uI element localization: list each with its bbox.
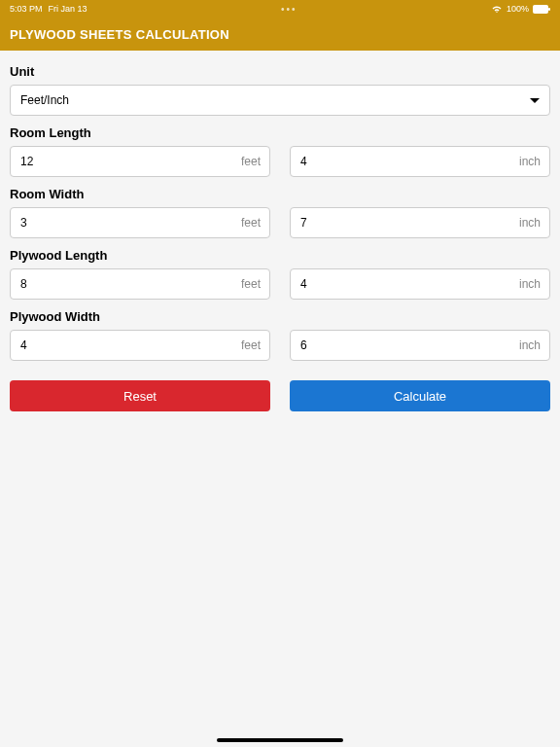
plywood-length-row: feet inch [10,268,550,300]
status-bar: 5:03 PM Fri Jan 13 ••• 100% [0,0,560,18]
room-width-label: Room Width [10,187,550,201]
reset-button[interactable]: Reset [10,380,270,411]
plywood-width-inch-wrap: inch [290,330,550,361]
status-date: Fri Jan 13 [49,4,88,14]
calculate-button[interactable]: Calculate [290,380,550,411]
unit-value: Feet/Inch [20,93,69,107]
room-length-inch-input[interactable] [290,146,550,177]
plywood-length-inch-input[interactable] [290,268,550,300]
plywood-width-feet-input[interactable] [10,330,270,361]
room-width-inch-wrap: inch [290,207,550,238]
chevron-down-icon [530,98,540,103]
button-row: Reset Calculate [10,380,550,411]
plywood-length-label: Plywood Length [10,248,550,263]
plywood-width-inch-input[interactable] [290,330,550,361]
form-content: Unit Feet/Inch Room Length feet inch Roo… [0,51,560,421]
app-header: PLYWOOD SHEETS CALCULATION [0,18,560,51]
svg-rect-0 [533,5,548,14]
unit-label: Unit [10,64,550,79]
home-indicator [217,738,343,742]
page-title: PLYWOOD SHEETS CALCULATION [10,27,229,42]
room-length-label: Room Length [10,125,550,140]
unit-select[interactable]: Feet/Inch [10,85,550,116]
status-right: 100% [491,4,550,14]
room-width-inch-input[interactable] [290,207,550,238]
status-battery-percent: 100% [507,4,529,14]
room-length-row: feet inch [10,146,550,177]
svg-rect-1 [548,8,550,11]
battery-icon [533,4,550,14]
plywood-length-feet-wrap: feet [10,268,270,300]
plywood-length-feet-input[interactable] [10,268,270,300]
room-length-feet-input[interactable] [10,146,270,177]
status-left: 5:03 PM Fri Jan 13 [10,4,88,14]
status-time: 5:03 PM [10,4,43,14]
room-width-feet-wrap: feet [10,207,270,238]
room-width-row: feet inch [10,207,550,238]
plywood-width-feet-wrap: feet [10,330,270,361]
room-length-feet-wrap: feet [10,146,270,177]
room-length-inch-wrap: inch [290,146,550,177]
plywood-width-row: feet inch [10,330,550,361]
room-width-feet-input[interactable] [10,207,270,238]
plywood-width-label: Plywood Width [10,309,550,324]
status-dots: ••• [281,4,298,15]
wifi-icon [491,4,503,14]
plywood-length-inch-wrap: inch [290,268,550,300]
